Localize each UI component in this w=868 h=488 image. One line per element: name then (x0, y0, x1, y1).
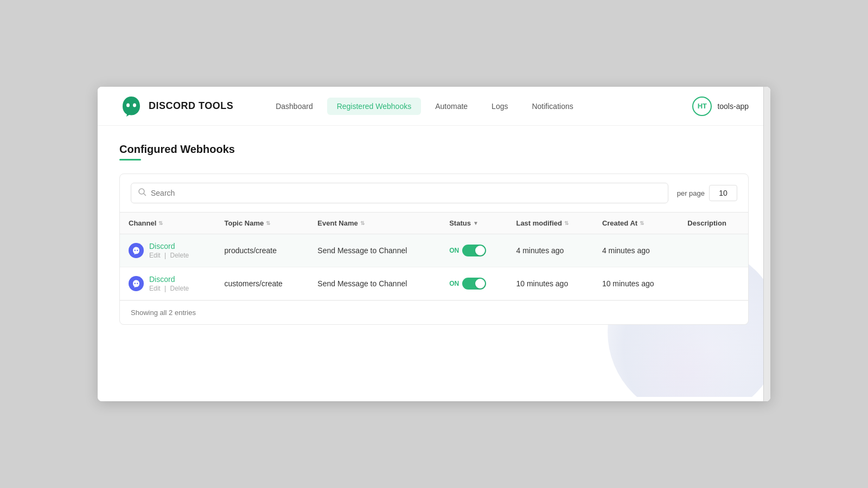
row1-toggle-knob (475, 246, 485, 255)
last-modified-sort-icon[interactable]: ⇅ (564, 220, 569, 226)
search-box[interactable] (131, 183, 668, 203)
topic-sort-icon[interactable]: ⇅ (266, 220, 270, 226)
channel-sort-icon[interactable]: ⇅ (158, 220, 163, 226)
search-input[interactable] (151, 189, 661, 197)
svg-point-1 (133, 103, 136, 107)
table-row: Discord Edit | Delete custo (120, 267, 748, 300)
entries-count: Showing all 2 entries (131, 309, 196, 317)
table-header-row: Channel ⇅ Topic Name ⇅ (120, 213, 748, 234)
col-channel: Channel ⇅ (120, 213, 216, 234)
row1-topic-name: products/create (216, 234, 309, 267)
col-description: Description (679, 213, 748, 234)
row1-channel-cell: Discord Edit | Delete (120, 234, 216, 267)
col-last-modified: Last modified ⇅ (507, 213, 593, 234)
main-nav: Dashboard Registered Webhooks Automate L… (266, 98, 692, 115)
svg-line-3 (144, 194, 146, 196)
row1-channel-name: Discord (149, 242, 189, 251)
svg-point-5 (137, 250, 138, 252)
page-content: Configured Webhooks (98, 126, 770, 397)
svg-point-7 (137, 283, 138, 285)
row2-channel-actions: Edit | Delete (149, 285, 189, 292)
app-title: DISCORD TOOLS (149, 100, 233, 112)
svg-point-6 (135, 283, 136, 285)
row2-last-modified: 10 minutes ago (507, 267, 593, 300)
app-logo-icon (119, 94, 143, 118)
row1-channel-info: Discord Edit | Delete (149, 242, 189, 259)
row2-toggle-container: ON (449, 278, 499, 290)
row2-channel-info: Discord Edit | Delete (149, 275, 189, 292)
page-title-area: Configured Webhooks (119, 143, 749, 160)
logo-area: DISCORD TOOLS (119, 94, 233, 118)
nav-notifications[interactable]: Notifications (522, 98, 583, 115)
table-controls: per page (120, 174, 748, 212)
row2-description (679, 267, 748, 300)
nav-logs[interactable]: Logs (482, 98, 518, 115)
col-status: Status ▼ (441, 213, 507, 234)
table-card: per page Channel ⇅ (119, 174, 749, 325)
row1-toggle-container: ON (449, 245, 499, 256)
col-event-name: Event Name ⇅ (309, 213, 441, 234)
svg-point-0 (126, 103, 130, 107)
webhooks-table: Channel ⇅ Topic Name ⇅ (120, 212, 748, 300)
table-row: Discord Edit | Delete produ (120, 234, 748, 267)
row1-status: ON (441, 234, 507, 267)
user-avatar[interactable]: HT (692, 97, 712, 116)
per-page-area: per page (677, 185, 737, 201)
row1-event-name: Send Message to Channel (309, 234, 441, 267)
row2-toggle-knob (475, 279, 485, 288)
svg-point-4 (135, 250, 136, 252)
row2-status-toggle[interactable] (462, 278, 486, 290)
row1-status-label: ON (449, 247, 459, 254)
row1-channel-actions: Edit | Delete (149, 252, 189, 259)
row2-topic-name: customers/create (216, 267, 309, 300)
created-at-sort-icon[interactable]: ⇅ (640, 220, 644, 226)
table-footer: Showing all 2 entries (120, 300, 748, 324)
col-created-at: Created At ⇅ (593, 213, 679, 234)
row2-delete-btn[interactable]: Delete (170, 285, 189, 292)
status-sort-icon[interactable]: ▼ (473, 220, 478, 226)
nav-dashboard[interactable]: Dashboard (266, 98, 323, 115)
row1-description (679, 234, 748, 267)
row1-created-at: 4 minutes ago (593, 234, 679, 267)
row2-channel-name: Discord (149, 275, 189, 284)
row2-channel-cell: Discord Edit | Delete (120, 267, 216, 300)
page-title: Configured Webhooks (119, 143, 749, 156)
per-page-label: per page (677, 189, 705, 197)
row1-edit-btn[interactable]: Edit (149, 252, 161, 259)
row2-created-at: 10 minutes ago (593, 267, 679, 300)
row2-event-name: Send Message to Channel (309, 267, 441, 300)
bg-decoration2 (629, 321, 738, 397)
row1-channel-icon (129, 243, 144, 258)
row1-delete-btn[interactable]: Delete (170, 252, 189, 259)
event-sort-icon[interactable]: ⇅ (360, 220, 365, 226)
search-icon (138, 188, 146, 198)
per-page-input[interactable] (709, 185, 737, 201)
user-name-label: tools-app (717, 102, 749, 111)
row1-last-modified: 4 minutes ago (507, 234, 593, 267)
app-header: DISCORD TOOLS Dashboard Registered Webho… (98, 87, 770, 126)
row2-channel-icon (129, 276, 144, 291)
nav-registered-webhooks[interactable]: Registered Webhooks (327, 98, 421, 115)
row1-status-toggle[interactable] (462, 245, 486, 256)
row2-status-label: ON (449, 280, 459, 287)
col-topic-name: Topic Name ⇅ (216, 213, 309, 234)
nav-automate[interactable]: Automate (425, 98, 477, 115)
page-title-underline (119, 159, 141, 160)
row2-status: ON (441, 267, 507, 300)
user-area: HT tools-app (692, 97, 749, 116)
row2-edit-btn[interactable]: Edit (149, 285, 161, 292)
